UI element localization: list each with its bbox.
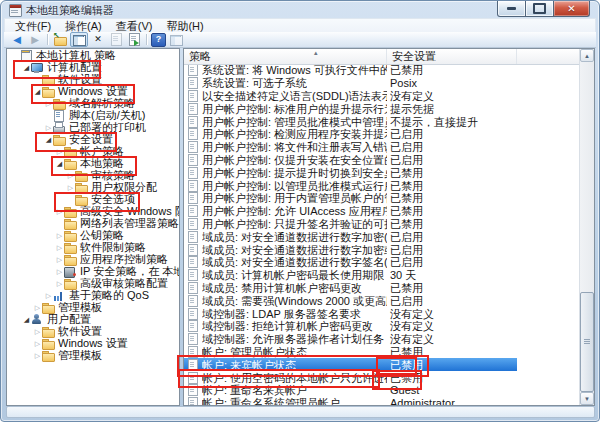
policy-row[interactable]: 以安全描述符定义语言(SDDL)语法表示的计算机访问限制没有定义 <box>184 90 580 103</box>
policy-row[interactable]: 用户帐户控制: 检测应用程序安装并提示提升已启用 <box>184 128 580 141</box>
policy-row[interactable]: 域成员: 对安全通道数据进行数字加密或数字签名(始终)已启用 <box>184 243 580 256</box>
policy-row[interactable]: 域控制器: 拒绝计算机帐户密码更改没有定义 <box>184 320 580 333</box>
policy-row[interactable]: 域成员: 对安全通道数据进行数字加密(如果可能)已启用 <box>184 230 580 243</box>
tree-collapsed-arrow-icon[interactable]: ▷ <box>44 291 53 300</box>
policy-row[interactable]: 域控制器: LDAP 服务器签名要求没有定义 <box>184 307 580 320</box>
tree-collapsed-arrow-icon[interactable]: ▷ <box>33 351 42 360</box>
tree-item[interactable]: ◢用户配置 <box>7 313 179 325</box>
tree-collapsed-arrow-icon[interactable]: ▷ <box>44 99 53 108</box>
policy-row[interactable]: 用户帐户控制: 仅提升安装在安全位置的 UIAccess 应用程序已启用 <box>184 154 580 167</box>
policy-row[interactable]: 域成员: 计算机帐户密码最长使用期限30 天 <box>184 269 580 282</box>
tree-item[interactable]: ▷应用程序控制策略 <box>7 253 179 265</box>
back-icon[interactable]: ◀ <box>9 33 25 46</box>
policy-row[interactable]: 域成员: 需要强(Windows 2000 或更高版本)会话密钥已启用 <box>184 294 580 307</box>
policy-row[interactable]: 帐户: 使用空密码的本地帐户只允许进行控制台登录已禁用 <box>184 371 580 384</box>
tree-item[interactable]: ▷软件限制策略 <box>7 241 179 253</box>
tree-collapsed-arrow-icon[interactable]: ▷ <box>33 303 42 312</box>
column-header-setting[interactable]: 安全设置 <box>387 49 517 64</box>
security-setting-value: 已禁用 <box>387 167 580 179</box>
minimize-button[interactable] <box>497 1 526 17</box>
policy-row[interactable]: 域控制器: 允许服务器操作者计划任务没有定义 <box>184 333 580 346</box>
tree-collapsed-arrow-icon[interactable]: ▷ <box>55 147 64 156</box>
tree-item[interactable]: 脚本(启动/关机) <box>7 109 179 121</box>
scrollbar-thumb[interactable] <box>580 292 594 392</box>
tree-collapsed-arrow-icon[interactable]: ▷ <box>55 207 64 216</box>
policy-row-selected[interactable]: 帐户: 来宾帐户状态已禁用 <box>184 358 580 371</box>
tree-collapsed-arrow-icon[interactable]: ▷ <box>44 123 53 132</box>
tree-expanded-arrow-icon[interactable]: ◢ <box>55 159 64 168</box>
scroll-down-button[interactable]: ▼ <box>580 392 594 405</box>
folder-icon <box>64 242 77 253</box>
tree-item[interactable]: ▷基于策略的 QoS <box>7 289 179 301</box>
tree-expanded-arrow-icon[interactable]: ◢ <box>44 135 53 144</box>
policy-row[interactable]: 帐户: 重命名系统管理员帐户Administrator <box>184 397 580 406</box>
tree-item[interactable]: 网络列表管理器策略 <box>7 217 179 229</box>
tree-item[interactable]: 软件设置 <box>7 73 179 85</box>
tree-item[interactable]: ▷审核策略 <box>7 169 179 181</box>
tree-item[interactable]: ▷域名解析策略 <box>7 97 179 109</box>
tree-item[interactable]: 本地计算机 策略 <box>7 49 179 61</box>
tree-collapsed-arrow-icon[interactable]: ▷ <box>33 327 42 336</box>
up-one-level-icon[interactable] <box>52 33 68 46</box>
menu-item-1[interactable]: 操作(A) <box>58 20 109 32</box>
tree-expanded-arrow-icon[interactable]: ◢ <box>33 87 42 96</box>
policy-row[interactable]: 帐户: 管理员帐户状态已禁用 <box>184 346 580 359</box>
policy-row[interactable]: 用户帐户控制: 只提升签名并验证的可执行文件已禁用 <box>184 218 580 231</box>
tree-item[interactable]: ◢Windows 设置 <box>7 85 179 97</box>
tree-item[interactable]: ◢本地策略 <box>7 157 179 169</box>
tree-collapsed-arrow-icon[interactable]: ▷ <box>55 243 64 252</box>
tree-item[interactable]: ▷已部署的打印机 <box>7 121 179 133</box>
export-list-icon[interactable] <box>126 33 142 46</box>
policy-row[interactable]: 帐户: 重命名来宾帐户Guest <box>184 384 580 397</box>
policy-row[interactable]: 用户帐户控制: 标准用户的提升提示行为提示凭据 <box>184 102 580 115</box>
tree-item[interactable]: 安全选项 <box>7 193 179 205</box>
tree-item[interactable]: ▷管理模板 <box>7 301 179 313</box>
tree-collapsed-arrow-icon[interactable]: ▷ <box>55 279 64 288</box>
tree-item[interactable]: ▷用户权限分配 <box>7 181 179 193</box>
show-hide-console-tree-icon[interactable] <box>70 32 88 47</box>
help-icon[interactable]: ? <box>151 33 166 47</box>
tree-item[interactable]: ▷IP 安全策略，在 本地计算机 <box>7 265 179 277</box>
policy-row[interactable]: 域成员: 禁用计算机帐户密码更改已禁用 <box>184 282 580 295</box>
policy-row[interactable]: 用户帐户控制: 将文件和注册表写入错误虚拟化到每用户位置已启用 <box>184 141 580 154</box>
tree-collapsed-arrow-icon[interactable]: ▷ <box>66 171 75 180</box>
tree-item[interactable]: ▷帐户策略 <box>7 145 179 157</box>
tree-collapsed-arrow-icon[interactable]: ▷ <box>55 231 64 240</box>
tree-item[interactable]: ◢计算机配置 <box>7 61 179 73</box>
tree-item[interactable]: ▷高级安全 Windows 防火墙 <box>7 205 179 217</box>
tree-item[interactable]: ◢安全设置 <box>7 133 179 145</box>
close-button[interactable]: ✕ <box>553 1 590 17</box>
policy-row[interactable]: 系统设置: 将 Windows 可执行文件中的证书规则用于软件...已禁用 <box>184 64 580 77</box>
properties-icon[interactable] <box>108 33 124 46</box>
tree-item[interactable]: ▷Windows 设置 <box>7 337 179 349</box>
maximize-button[interactable] <box>525 1 554 17</box>
console-window-icon[interactable] <box>168 33 184 46</box>
policy-row[interactable]: 系统设置: 可选子系统Posix <box>184 77 580 90</box>
tree-expanded-arrow-icon[interactable]: ◢ <box>22 63 31 72</box>
policy-row[interactable]: 用户帐户控制: 提示提升时切换到安全桌面已禁用 <box>184 166 580 179</box>
menu-item-2[interactable]: 查看(V) <box>109 20 160 32</box>
policy-row[interactable]: 用户帐户控制: 允许 UIAccess 应用程序在不使用安全桌面...已禁用 <box>184 205 580 218</box>
tree-item[interactable]: ▷公钥策略 <box>7 229 179 241</box>
title-bar[interactable]: 本地组策略编辑器 ✕ <box>1 1 599 18</box>
tree-collapsed-arrow-icon[interactable]: ▷ <box>55 267 64 276</box>
tree-item[interactable]: ▷管理模板 <box>7 349 179 361</box>
policy-row[interactable]: 域成员: 对安全通道数据进行数字签名(如果可能)已启用 <box>184 256 580 269</box>
tree-collapsed-arrow-icon[interactable]: ▷ <box>66 183 75 192</box>
policy-row[interactable]: 用户帐户控制: 以管理员批准模式运行所有管理员已禁用 <box>184 179 580 192</box>
tree-item[interactable]: ▷软件设置 <box>7 325 179 337</box>
forward-icon[interactable]: ▶ <box>27 33 43 46</box>
policy-row[interactable]: 用户帐户控制: 管理员批准模式中管理员的提升权限提示的...不提示，直接提升 <box>184 115 580 128</box>
tree-collapsed-arrow-icon[interactable]: ▷ <box>33 339 42 348</box>
menu-item-3[interactable]: 帮助(H) <box>159 20 210 32</box>
tree-item[interactable]: ▷高级审核策略配置 <box>7 277 179 289</box>
scroll-up-button[interactable]: ▲ <box>580 49 594 62</box>
tree-expanded-arrow-icon[interactable]: ◢ <box>22 315 31 324</box>
tree-item-label: 帐户策略 <box>80 145 124 157</box>
policy-row[interactable]: 用户帐户控制: 用于内置管理员帐户的管理员批准模式已禁用 <box>184 192 580 205</box>
tree-collapsed-arrow-icon[interactable]: ▷ <box>55 255 64 264</box>
menu-item-0[interactable]: 文件(F) <box>8 20 58 32</box>
column-header-policy[interactable]: 策略 ▴ <box>184 49 387 64</box>
delete-icon[interactable]: ✕ <box>90 33 106 46</box>
vertical-scrollbar[interactable]: ▲ ▼ <box>579 49 594 405</box>
